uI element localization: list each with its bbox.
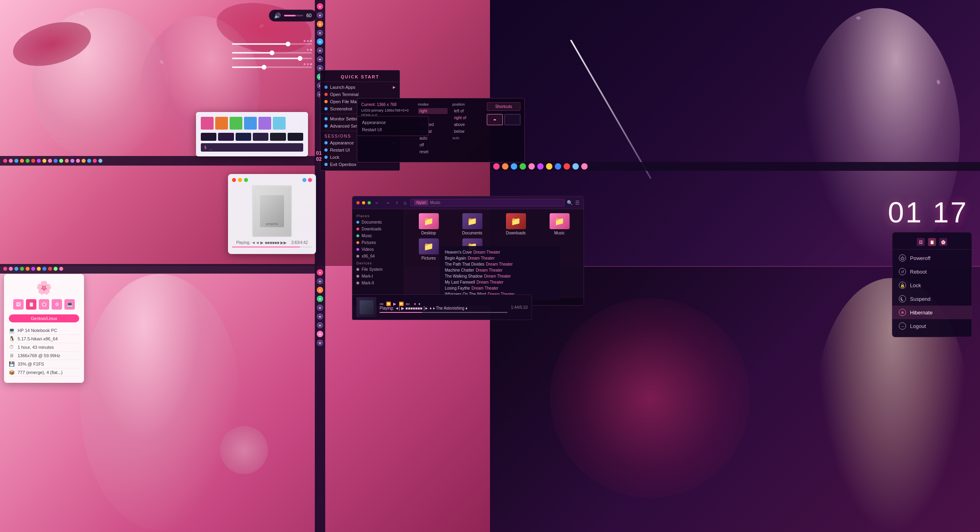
tb-bl-dot[interactable] bbox=[59, 267, 63, 271]
music-progress-bar[interactable] bbox=[232, 246, 312, 248]
bl-sidebar-icon-8[interactable]: ● bbox=[317, 331, 323, 337]
fm-folder-music[interactable]: 📁 Music bbox=[539, 213, 580, 235]
power-menu-suspend[interactable]: ⏾ Suspend bbox=[892, 292, 972, 306]
fm-sidebar-videos[interactable]: Videos bbox=[352, 246, 404, 253]
volume-bar[interactable] bbox=[284, 15, 303, 16]
mode-reset[interactable]: reset bbox=[418, 149, 448, 155]
slider-3[interactable] bbox=[232, 58, 312, 59]
tb-dot[interactable] bbox=[70, 159, 74, 163]
np-progress-bar[interactable] bbox=[380, 312, 508, 313]
swatch-dark4[interactable] bbox=[253, 133, 268, 141]
menu-item-open-terminal[interactable]: Open Terminal bbox=[320, 91, 400, 98]
tb-dot[interactable] bbox=[3, 159, 7, 163]
fm-folder-desktop[interactable]: 📁 Desktop bbox=[408, 213, 449, 235]
bl-sidebar-icon-7[interactable]: ● bbox=[317, 322, 323, 328]
tb-bl-dot[interactable] bbox=[42, 267, 46, 271]
tr-tb-icon[interactable] bbox=[502, 163, 508, 170]
tb-bl-dot[interactable] bbox=[9, 267, 13, 271]
tb-dot[interactable] bbox=[76, 159, 80, 163]
win-ctrl-min[interactable] bbox=[238, 178, 242, 182]
sidebar-icon-2[interactable]: ● bbox=[317, 12, 323, 18]
win-ctrl-extra2[interactable] bbox=[308, 178, 312, 182]
tb-dot[interactable] bbox=[31, 159, 35, 163]
bl-sidebar-icon-3[interactable]: ● bbox=[317, 287, 323, 293]
fm-search-icon[interactable]: 🔍 bbox=[567, 200, 573, 206]
mode-off[interactable]: off bbox=[418, 142, 448, 148]
tb-dot[interactable] bbox=[54, 159, 58, 163]
track-item-3[interactable]: Machine ChatterDream Theater bbox=[440, 267, 560, 273]
power-menu-hibernate[interactable]: ❄ Hibernate bbox=[892, 306, 972, 319]
fm-sidebar-documents[interactable]: Documents bbox=[352, 219, 404, 226]
sidebar-icon-3[interactable]: ● bbox=[317, 21, 323, 27]
bl-sidebar-icon-4[interactable]: ● bbox=[317, 296, 323, 302]
tr-tb-icon[interactable] bbox=[564, 163, 570, 170]
tr-tb-icon[interactable] bbox=[493, 163, 500, 170]
pos-above[interactable]: above bbox=[452, 122, 482, 128]
fm-max[interactable] bbox=[368, 201, 371, 204]
appear-item-restart-ui[interactable]: Restart UI bbox=[357, 126, 428, 133]
tr-tb-icon[interactable] bbox=[546, 163, 552, 170]
tr-tb-icon[interactable] bbox=[555, 163, 561, 170]
power-menu-poweroff[interactable]: ⏻ Poweroff bbox=[892, 251, 972, 265]
si-icon-3[interactable]: 🌸 bbox=[39, 299, 49, 310]
mode-right[interactable]: right bbox=[418, 108, 448, 114]
swatch-cyan[interactable] bbox=[273, 117, 286, 130]
pos-right-of[interactable]: right of bbox=[452, 115, 482, 121]
fm-up[interactable]: ↑ bbox=[394, 199, 400, 206]
tb-dot[interactable] bbox=[65, 159, 69, 163]
tb-bl-dot[interactable] bbox=[3, 267, 7, 271]
tb-dot[interactable] bbox=[87, 159, 91, 163]
tr-tb-icon[interactable] bbox=[537, 163, 544, 170]
bl-sidebar-icon-1[interactable]: ● bbox=[317, 269, 323, 276]
win-ctrl-extra1[interactable] bbox=[302, 178, 306, 182]
tb-bl-dot[interactable] bbox=[20, 267, 24, 271]
tb-dot[interactable] bbox=[42, 159, 46, 163]
si-icon-4[interactable]: ⚙ bbox=[52, 299, 62, 310]
si-icon-2[interactable]: 📋 bbox=[26, 299, 36, 310]
power-menu-reboot[interactable]: ↺ Reboot bbox=[892, 265, 972, 278]
swatch-blue[interactable] bbox=[244, 117, 257, 130]
slider-2[interactable] bbox=[232, 49, 312, 54]
fm-sidebar-downloads[interactable]: Downloads bbox=[352, 226, 404, 232]
fm-menu-icon[interactable]: ☰ bbox=[575, 200, 580, 206]
track-item-0[interactable]: Heaven's CoveDream Theater bbox=[440, 249, 560, 255]
shortcuts-button[interactable]: Shortcuts bbox=[487, 102, 520, 111]
tb-dot[interactable] bbox=[14, 159, 18, 163]
appear-item-appearance[interactable]: Appearance bbox=[357, 119, 428, 126]
power-menu-logout[interactable]: → Logout bbox=[892, 319, 972, 333]
swatch-dark1[interactable] bbox=[201, 133, 216, 141]
fm-close[interactable] bbox=[356, 201, 360, 204]
swatch-dark5[interactable] bbox=[270, 133, 286, 141]
swatch-purple[interactable] bbox=[258, 117, 271, 130]
fm-sidebar-filesystem[interactable]: File System bbox=[352, 266, 404, 273]
sidebar-icon-4[interactable]: ● bbox=[317, 30, 323, 36]
track-item-1[interactable]: Begin AgainDream Theater bbox=[440, 255, 560, 261]
pm-icon-2[interactable]: 📋 bbox=[928, 238, 936, 246]
tb-dot[interactable] bbox=[82, 159, 86, 163]
volume-widget[interactable]: 🔊 60 bbox=[269, 10, 317, 22]
fm-sidebar-music[interactable]: Music bbox=[352, 232, 404, 239]
tb-dot[interactable] bbox=[9, 159, 13, 163]
fm-min[interactable] bbox=[362, 201, 365, 204]
fm-folder-downloads[interactable]: 📁 Downloads bbox=[496, 213, 536, 235]
tb-bl-dot[interactable] bbox=[26, 267, 30, 271]
swatch-dark2[interactable] bbox=[218, 133, 234, 141]
np-control-play[interactable]: ▶ bbox=[393, 302, 396, 306]
slider-1[interactable] bbox=[232, 40, 312, 45]
fm-path-bar[interactable]: hiyori Music bbox=[410, 199, 564, 206]
bl-sidebar-icon-6[interactable]: ● bbox=[317, 313, 323, 320]
tb-dot[interactable] bbox=[93, 159, 97, 163]
fm-sidebar-mark2[interactable]: Mark-II bbox=[352, 280, 404, 286]
tb-bl-dot[interactable] bbox=[14, 267, 18, 271]
swatch-dark3[interactable] bbox=[236, 133, 251, 141]
fm-sidebar-pictures[interactable]: Pictures bbox=[352, 239, 404, 246]
sidebar-icon-5[interactable]: ● bbox=[317, 38, 323, 45]
bl-sidebar-icon-9[interactable]: ● bbox=[317, 340, 323, 346]
fm-sidebar-x86[interactable]: x86_64 bbox=[352, 253, 404, 260]
track-item-5[interactable]: My Last FarewellDream Theater bbox=[440, 279, 560, 285]
menu-item-launch-apps[interactable]: Launch Apps ▶ bbox=[320, 84, 400, 91]
sidebar-icon-6[interactable]: ● bbox=[317, 47, 323, 54]
si-icon-1[interactable]: 🖼 bbox=[13, 299, 24, 310]
tb-bl-dot[interactable] bbox=[48, 267, 52, 271]
tb-bl-dot[interactable] bbox=[54, 267, 58, 271]
